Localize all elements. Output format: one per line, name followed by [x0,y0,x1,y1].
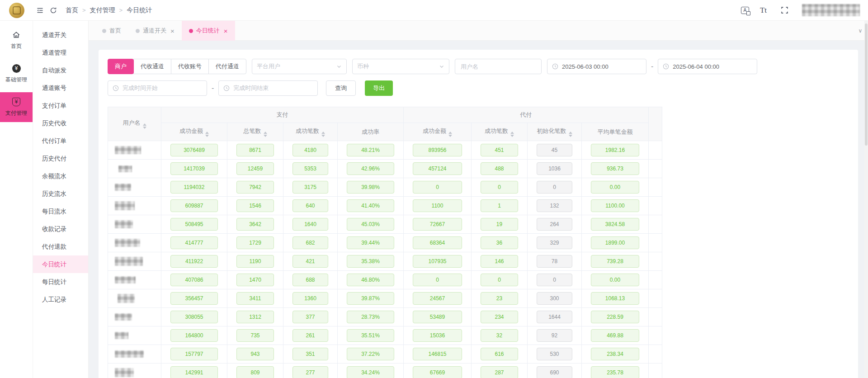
submenu-item[interactable]: 历史代收 [33,114,88,132]
caret-up-icon[interactable] [448,132,452,134]
submenu-item[interactable]: 通道账号 [33,79,88,97]
tab-close-icon[interactable]: × [170,28,175,34]
caret-down-icon[interactable] [264,135,267,137]
username-cell [108,364,161,378]
caret-up-icon[interactable] [321,132,325,134]
filler-header [649,107,662,141]
value-cell: 35.51% [338,326,404,345]
value-badge: 35.38% [347,255,394,268]
translate-icon[interactable]: A [741,7,749,14]
font-size-icon[interactable]: Tt [760,6,767,15]
caret-down-icon[interactable] [143,127,146,129]
breadcrumb-item[interactable]: 首页 [66,6,78,14]
value-badge: 735 [236,329,274,342]
value-badge: 1644 [537,311,572,323]
submenu-item[interactable]: 历史流水 [33,185,88,203]
column-header[interactable]: 成功金额 [404,123,472,141]
value-cell: 15036 [404,326,472,345]
table-row: 411922119042135.38%10793514678739.28 [108,252,662,271]
filter-type-button[interactable]: 代付通道 [208,59,246,74]
sort-caret-icon[interactable] [448,132,452,137]
value-cell: 34.24% [338,364,404,378]
column-header-username[interactable]: 用户名 [108,107,161,141]
submenu-item[interactable]: 通道开关 [33,26,88,44]
tab[interactable]: 首页 [95,21,128,41]
end-time-picker[interactable]: 2025-06-04 00:00 [658,59,757,74]
sidebar-item-payment-management[interactable]: ¥ 支付管理 [0,92,33,122]
value-badge: 157797 [170,348,218,360]
submenu-item[interactable]: 支付订单 [33,97,88,114]
breadcrumb-item[interactable]: 今日统计 [127,6,152,14]
value-cell: 41.40% [338,197,404,215]
masked-user-name[interactable] [802,4,860,16]
value-cell: 3642 [227,215,283,234]
column-header[interactable]: 成功笔数 [283,123,338,141]
fullscreen-icon[interactable] [778,4,791,17]
submenu-item[interactable]: 历史代付 [33,150,88,167]
sort-caret-icon[interactable] [143,123,146,129]
currency-select[interactable]: 币种 [352,59,449,74]
search-button[interactable]: 查询 [326,80,356,96]
sort-caret-icon[interactable] [205,132,209,137]
caret-up-icon[interactable] [264,132,267,134]
submenu-item[interactable]: 人工记录 [33,291,88,308]
tab[interactable]: 今日统计× [182,21,235,41]
value-badge: 351 [292,348,328,360]
caret-up-icon[interactable] [143,123,146,126]
submenu-item[interactable]: 自动派发 [33,61,88,79]
filter-type-button[interactable]: 商户 [108,59,134,74]
caret-down-icon[interactable] [448,135,452,137]
submenu-item[interactable]: 余额流水 [33,167,88,185]
refresh-icon[interactable] [47,4,60,17]
filter-type-button[interactable]: 代收通道 [133,59,171,74]
submenu-item[interactable]: 每日统计 [33,273,88,291]
username-input[interactable] [455,63,541,70]
sort-caret-icon[interactable] [264,132,267,137]
finish-start-picker[interactable]: 完成时间开始 [108,80,207,96]
start-time-picker[interactable]: 2025-06-03 00:00 [547,59,646,74]
caret-down-icon[interactable] [321,135,325,137]
breadcrumb-item[interactable]: 支付管理 [90,6,115,14]
column-header[interactable]: 成功金额 [161,123,227,141]
caret-up-icon[interactable] [205,132,209,134]
finish-end-picker[interactable]: 完成时间结束 [218,80,318,96]
value-badge: 0 [481,181,518,194]
submenu-item[interactable]: 每日流水 [33,203,88,220]
submenu-item[interactable]: 通道管理 [33,44,88,61]
column-header[interactable]: 总笔数 [227,123,283,141]
value-cell: 457124 [404,160,472,178]
caret-up-icon[interactable] [569,132,572,134]
export-button[interactable]: 导出 [365,80,393,96]
sort-caret-icon[interactable] [321,132,325,137]
sidebar-fold-icon[interactable] [33,4,47,17]
submenu-item[interactable]: 今日统计 [33,255,88,273]
filter-type-button[interactable]: 代收账号 [171,59,209,74]
submenu-item[interactable]: 收款记录 [33,220,88,238]
tab-close-icon[interactable]: × [224,28,228,34]
caret-down-icon[interactable] [205,135,209,137]
username-cell [108,160,161,178]
submenu-item[interactable]: 代付订单 [33,132,88,150]
topbar-right: A Tt [741,4,868,17]
value-cell: 24567 [404,289,472,308]
column-header[interactable]: 成功笔数 [472,123,528,141]
tab[interactable]: 通道开关× [128,21,182,41]
value-cell: 157797 [161,345,227,364]
content: 首页通道开关×今日统计× ∨ 商户代收通道代收账号代付通道 平台用户 币种 [89,21,868,378]
caret-down-icon[interactable] [569,135,572,137]
column-header[interactable]: 初始化笔数 [528,123,582,141]
sidebar-item-base-management[interactable]: ¥ 基础管理 [0,59,33,89]
value-badge: 228.59 [591,311,639,323]
sidebar-item-home[interactable]: 首页 [0,25,33,55]
caret-up-icon[interactable] [510,132,514,134]
value-cell: 0 [472,271,528,289]
scrollbar-thumb[interactable] [865,24,868,146]
value-badge: 68364 [413,236,462,249]
table-row: 11940327942317539.98%0000.00 [108,178,662,197]
caret-down-icon[interactable] [510,135,514,137]
sort-caret-icon[interactable] [510,132,514,137]
platform-user-select[interactable]: 平台用户 [252,59,347,74]
submenu-item[interactable]: 代付退款 [33,238,88,255]
sort-caret-icon[interactable] [569,132,572,137]
vertical-scrollbar[interactable] [864,21,868,378]
